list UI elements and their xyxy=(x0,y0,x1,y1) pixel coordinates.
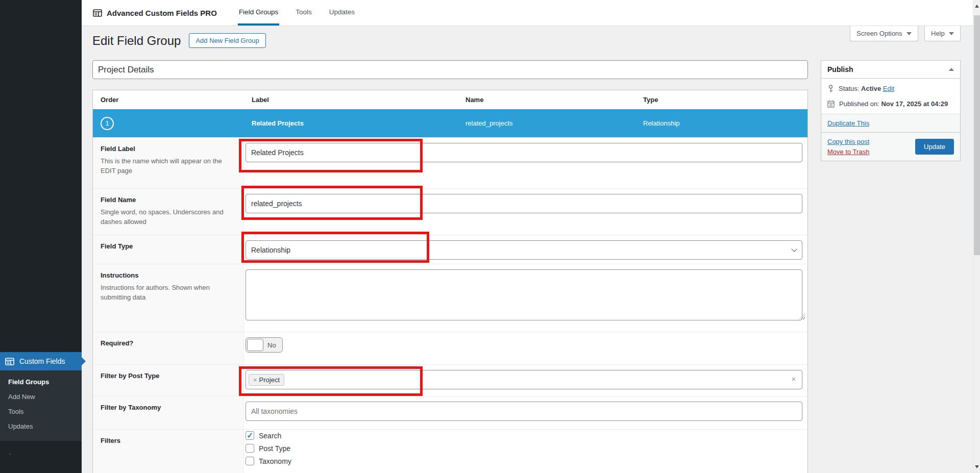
page-title: Edit Field Group xyxy=(92,34,181,48)
setting-row-filter-taxonomy: Filter by Taxonomy xyxy=(93,396,807,429)
taxonomy-checkbox[interactable] xyxy=(246,457,254,465)
setting-input-cell: Search Post Type Taxonomy xyxy=(244,430,807,473)
published-label: Published on: xyxy=(839,100,879,108)
column-order: Order xyxy=(93,96,244,104)
setting-input-cell: × Project × xyxy=(244,365,808,396)
setting-row-field-type: Field Type Relationship xyxy=(93,235,807,264)
instructions-title: Instructions xyxy=(101,271,233,279)
acf-header-bar: Advanced Custom Fields PRO Field Groups … xyxy=(82,0,973,26)
screen-options-button[interactable]: Screen Options xyxy=(850,26,918,41)
filter-post-type-multiselect[interactable]: × Project × xyxy=(246,370,802,389)
setting-label-cell: Instructions Instructions for authors. S… xyxy=(93,264,244,332)
field-name-description: Single word, no spaces. Underscores and … xyxy=(101,208,233,227)
fields-table-header: Order Label Name Type xyxy=(93,90,807,109)
chip-label: Project xyxy=(259,376,280,384)
setting-row-filter-post-type: Filter by Post Type × Project × xyxy=(93,364,807,396)
required-title: Required? xyxy=(101,339,233,347)
field-label-input[interactable] xyxy=(246,143,802,162)
acf-brand-title: Advanced Custom Fields PRO xyxy=(107,9,217,17)
setting-label-cell: Field Label This is the name which will … xyxy=(93,138,244,188)
setting-label-cell: Required? xyxy=(93,332,244,364)
vertical-scrollbar[interactable] xyxy=(973,0,980,473)
sidebar-item-label: Custom Fields xyxy=(19,357,65,365)
chevron-down-icon xyxy=(906,32,912,35)
setting-label-cell: Filter by Taxonomy xyxy=(93,396,244,429)
submenu-item-field-groups[interactable]: Field Groups xyxy=(0,375,82,389)
submenu-item-tools[interactable]: Tools xyxy=(0,404,82,419)
setting-label-cell: Filters xyxy=(93,430,244,473)
setting-row-filters: Filters Search Post Type Taxonomy xyxy=(93,429,807,473)
collapse-menu-dot[interactable]: . xyxy=(0,441,82,456)
collapse-panel-icon[interactable] xyxy=(949,68,954,71)
field-name-input[interactable] xyxy=(246,194,802,213)
field-label-description: This is the name which will appear on th… xyxy=(101,157,233,176)
duplicate-this-link[interactable]: Duplicate This xyxy=(827,119,869,127)
filter-taxonomy-input[interactable] xyxy=(246,402,802,421)
setting-input-cell xyxy=(244,264,808,332)
toggle-value-label: No xyxy=(263,341,281,349)
column-name: Name xyxy=(458,96,635,104)
publish-title: Publish xyxy=(827,65,853,73)
setting-label-cell: Field Name Single word, no spaces. Under… xyxy=(93,189,244,235)
move-to-trash-link[interactable]: Move to Trash xyxy=(827,148,869,156)
acf-tabs: Field Groups Tools Updates xyxy=(230,0,363,26)
acf-brand: Advanced Custom Fields PRO xyxy=(82,0,230,26)
sidebar-item-custom-fields[interactable]: Custom Fields xyxy=(0,352,82,370)
setting-row-field-label: Field Label This is the name which will … xyxy=(93,137,807,188)
required-toggle[interactable]: No xyxy=(246,337,283,353)
field-row-label: Related Projects xyxy=(244,119,458,127)
field-name-title: Field Name xyxy=(101,196,233,204)
publish-box-header[interactable]: Publish xyxy=(821,61,960,79)
edit-status-link[interactable]: Edit xyxy=(883,85,894,92)
setting-input-cell: No xyxy=(244,332,807,364)
publish-footer: Copy this post Move to Trash Update xyxy=(821,132,960,161)
toggle-knob xyxy=(247,339,263,351)
setting-row-field-name: Field Name Single word, no spaces. Under… xyxy=(93,188,807,235)
help-label: Help xyxy=(931,30,945,37)
field-type-selected-value: Relationship xyxy=(251,246,290,254)
update-button[interactable]: Update xyxy=(915,139,954,155)
column-type: Type xyxy=(635,96,807,104)
field-row-type: Relationship xyxy=(635,119,807,127)
column-label: Label xyxy=(244,96,458,104)
publish-box: Publish Status: Active Edit xyxy=(821,60,961,161)
field-row-selected[interactable]: 1 Related Projects related_projects Rela… xyxy=(93,109,807,137)
tab-updates[interactable]: Updates xyxy=(328,0,356,26)
help-button[interactable]: Help xyxy=(924,26,961,41)
chevron-down-icon xyxy=(949,32,954,35)
field-group-postbox: Order Label Name Type 1 Related Projects… xyxy=(92,90,808,473)
submenu-item-add-new[interactable]: Add New xyxy=(0,389,82,404)
tab-tools[interactable]: Tools xyxy=(295,0,313,26)
tab-field-groups[interactable]: Field Groups xyxy=(238,0,279,26)
scroll-up-icon[interactable] xyxy=(975,5,979,8)
copy-this-post-link[interactable]: Copy this post xyxy=(827,138,869,145)
submenu-item-updates[interactable]: Updates xyxy=(0,419,82,434)
field-order-handle[interactable]: 1 xyxy=(101,117,114,130)
sidebar-spacer xyxy=(0,0,82,352)
setting-input-cell xyxy=(244,189,808,235)
calendar-icon xyxy=(827,100,835,108)
setting-label-cell: Field Type xyxy=(93,235,244,264)
status-row: Status: Active Edit xyxy=(827,85,954,93)
page-heading: Edit Field Group Add New Field Group xyxy=(92,33,266,48)
status-text: Status: Active Edit xyxy=(839,85,894,92)
field-type-select[interactable]: Relationship xyxy=(246,240,802,260)
post-type-chip: × Project xyxy=(249,374,284,386)
published-text: Published on: Nov 17, 2025 at 04:29 xyxy=(839,100,948,108)
setting-label-cell: Filter by Post Type xyxy=(93,365,244,396)
filter-option-taxonomy: Taxonomy xyxy=(246,457,801,465)
field-group-title-input[interactable] xyxy=(92,60,808,79)
search-checkbox[interactable] xyxy=(246,431,254,440)
scroll-down-icon[interactable] xyxy=(975,465,979,468)
checkbox-label: Post Type xyxy=(259,444,290,453)
setting-row-instructions: Instructions Instructions for authors. S… xyxy=(93,264,807,332)
acf-grid-icon xyxy=(93,9,102,17)
instructions-textarea[interactable] xyxy=(246,269,802,320)
post-type-checkbox[interactable] xyxy=(246,444,254,453)
clear-select-icon[interactable]: × xyxy=(792,375,796,383)
remove-chip-icon[interactable]: × xyxy=(253,376,257,384)
admin-sidebar: Custom Fields Field Groups Add New Tools… xyxy=(0,0,82,473)
published-row: Published on: Nov 17, 2025 at 04:29 xyxy=(827,100,954,108)
scrollbar-thumb[interactable] xyxy=(974,15,980,255)
add-new-field-group-button[interactable]: Add New Field Group xyxy=(189,33,265,48)
